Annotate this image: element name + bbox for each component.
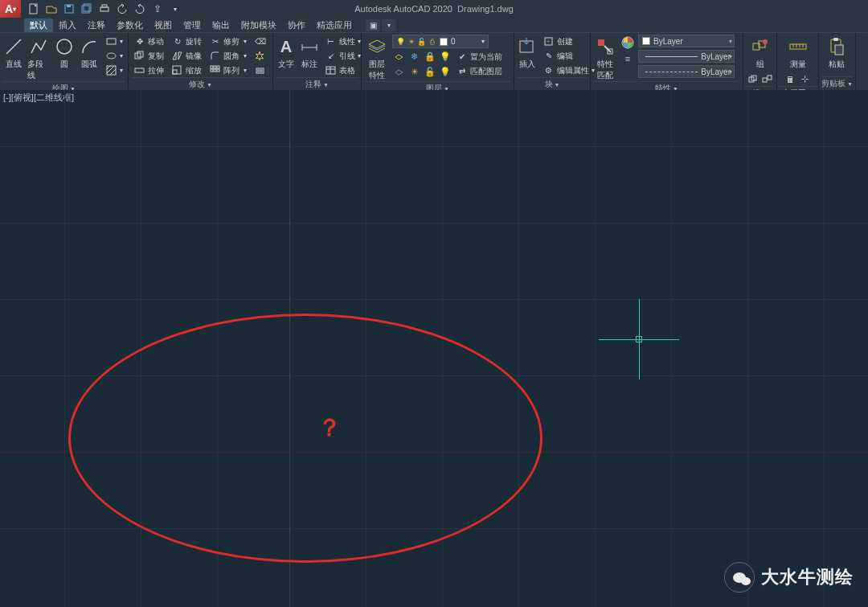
tab-insert[interactable]: 插入: [53, 18, 82, 32]
array-button[interactable]: 阵列▾: [207, 64, 249, 77]
layer-tools-grid: ❄ 🔒 💡 ☀ 🔓 💡: [392, 50, 452, 79]
panel-annotate: A 文字 标注 ⊢线性▾ ↙引线▾ 表格 注释▼: [273, 33, 362, 90]
app-logo[interactable]: A▾: [0, 0, 21, 18]
circle-icon: [54, 36, 75, 57]
calculator-icon[interactable]: 🖩: [784, 72, 797, 86]
hatch-icon: [105, 64, 117, 76]
explode-button[interactable]: [252, 49, 268, 63]
layer-off-icon[interactable]: 💡: [438, 50, 452, 64]
lineweight-bylayer-dropdown[interactable]: ByLayer▾: [638, 50, 735, 63]
group-edit-icon[interactable]: [746, 72, 760, 86]
fillet-button[interactable]: 圆角▾: [207, 49, 249, 63]
insert-block-button[interactable]: 插入: [517, 35, 538, 70]
ellipse-button[interactable]: ▾: [103, 49, 125, 63]
erase-button[interactable]: ⌫: [252, 35, 268, 48]
tab-output[interactable]: 输出: [207, 18, 235, 32]
circle-button[interactable]: 圆: [53, 35, 76, 70]
rotate-button[interactable]: ↻旋转: [169, 35, 204, 48]
layer-lock-icon[interactable]: 🔒: [423, 50, 436, 64]
tab-manage[interactable]: 管理: [178, 18, 207, 32]
layer-freeze-icon[interactable]: ❄: [407, 50, 421, 64]
qat-print-icon[interactable]: [96, 2, 113, 16]
set-current-button[interactable]: ✔置为当前: [453, 50, 505, 64]
paste-button[interactable]: 粘贴: [821, 35, 852, 70]
line-button[interactable]: 直线: [2, 35, 25, 70]
svg-rect-5: [100, 7, 108, 11]
copy-button[interactable]: 复制: [131, 49, 166, 63]
trim-button[interactable]: ✂修剪▾: [207, 35, 249, 48]
qat-save-icon[interactable]: [61, 2, 77, 16]
match-props-button[interactable]: 特性 匹配: [593, 35, 617, 81]
copy-icon: [133, 50, 145, 62]
layer-dropdown[interactable]: 💡 ☀ 🔓 ⎙ 0 ▾: [392, 35, 489, 48]
panel-clipboard-title[interactable]: 剪贴板▼: [821, 76, 853, 90]
scale-button[interactable]: 缩放: [169, 64, 204, 77]
qat-redo-icon[interactable]: [132, 2, 148, 16]
viewport-label[interactable]: [-][俯视][二维线框]: [3, 92, 74, 104]
create-block-button[interactable]: +创建: [540, 35, 597, 48]
color-bylayer-dropdown[interactable]: ByLayer▾: [638, 35, 735, 47]
qat-open-icon[interactable]: [43, 2, 59, 16]
layer-uniso-icon[interactable]: [392, 65, 406, 79]
mirror-button[interactable]: 镜像: [169, 49, 204, 63]
tab-parametric[interactable]: 参数化: [111, 18, 149, 32]
create-block-icon: +: [542, 35, 555, 47]
offset-button[interactable]: [252, 64, 268, 77]
tab-annotate[interactable]: 注释: [82, 18, 111, 32]
sun-icon: ☀: [407, 37, 416, 46]
list-icon[interactable]: ≡: [620, 51, 636, 65]
table-button[interactable]: 表格: [322, 64, 363, 77]
measure-button[interactable]: 测量: [784, 35, 812, 70]
point-icon[interactable]: ⊹: [798, 72, 812, 86]
tab-expand-icon[interactable]: ▣: [366, 19, 380, 31]
tab-addins[interactable]: 附加模块: [235, 18, 282, 32]
match-layer-button[interactable]: ⇄匹配图层: [453, 64, 505, 78]
tab-default[interactable]: 默认: [24, 18, 53, 32]
text-button[interactable]: A 文字: [276, 35, 297, 70]
color-wheel-icon[interactable]: [620, 35, 636, 51]
qat-saveall-icon[interactable]: [79, 2, 95, 16]
table-icon: [325, 64, 337, 76]
tab-view[interactable]: 视图: [149, 18, 178, 32]
layer-unlock-icon[interactable]: 🔓: [423, 65, 436, 79]
linear-dim-button[interactable]: ⊢线性▾: [322, 35, 363, 48]
tab-collaborate[interactable]: 协作: [282, 18, 311, 32]
draw-small-column: ▾ ▾ ▾: [103, 35, 125, 77]
svg-line-12: [107, 66, 110, 69]
erase-icon: ⌫: [254, 35, 266, 47]
dim-button[interactable]: 标注: [299, 35, 320, 70]
qat-undo-icon[interactable]: [114, 2, 130, 16]
rect-button[interactable]: ▾: [103, 35, 125, 48]
qat-share-icon[interactable]: ⇪: [149, 2, 166, 16]
stretch-button[interactable]: 拉伸: [131, 64, 166, 77]
panel-modify: ✥移动 复制 拉伸 ↻旋转 镜像 缩放 ✂修剪▾ 圆角▾ 阵列▾ ⌫ 修改▼: [129, 33, 273, 90]
group-button[interactable]: 组: [747, 35, 774, 70]
qat-dropdown-icon[interactable]: ▾: [167, 2, 183, 16]
layer-thaw-icon[interactable]: ☀: [407, 65, 421, 79]
svg-rect-17: [135, 68, 144, 72]
leader-button[interactable]: ↙引线▾: [322, 49, 363, 63]
panel-block: 插入 +创建 ✎编辑 ⚙编辑属性▾ 块▼: [514, 33, 591, 90]
layer-props-button[interactable]: 图层 特性: [364, 35, 390, 81]
ungroup-icon[interactable]: [760, 72, 774, 86]
ribbon: 直线 多段线 圆 圆弧 ▾ ▾ ▾ 绘图▼ ✥: [0, 32, 868, 90]
polyline-button[interactable]: 多段线: [27, 35, 50, 81]
layer-props-icon: [366, 36, 387, 57]
layer-on-icon[interactable]: 💡: [438, 65, 452, 79]
panel-draw: 直线 多段线 圆 圆弧 ▾ ▾ ▾ 绘图▼: [0, 33, 129, 90]
hatch-button[interactable]: ▾: [103, 64, 125, 77]
move-button[interactable]: ✥移动: [131, 35, 166, 48]
layer-iso-icon[interactable]: [392, 50, 406, 64]
drawing-canvas[interactable]: [-][俯视][二维线框] ？ 大水牛测绘: [0, 90, 868, 607]
panel-block-title[interactable]: 块▼: [517, 77, 588, 91]
tab-collapse-icon[interactable]: ▾: [382, 19, 396, 31]
tab-featured[interactable]: 精选应用: [311, 18, 358, 32]
arc-button[interactable]: 圆弧: [78, 35, 100, 70]
edit-block-button[interactable]: ✎编辑: [540, 49, 597, 63]
qat-new-icon[interactable]: [26, 2, 42, 16]
linetype-bylayer-dropdown[interactable]: ByLayer▾: [638, 65, 735, 78]
panel-annotate-title[interactable]: 注释▼: [276, 77, 358, 91]
panel-modify-title[interactable]: 修改▼: [131, 77, 270, 91]
edit-attr-button[interactable]: ⚙编辑属性▾: [540, 64, 597, 77]
layer-name: 0: [451, 37, 456, 46]
